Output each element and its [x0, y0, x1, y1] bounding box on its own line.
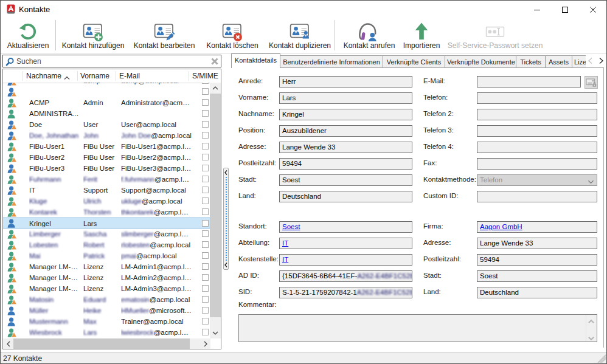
input-land[interactable]: Deutschland: [279, 191, 412, 202]
resize-grip[interactable]: [597, 354, 606, 363]
tab-assets[interactable]: Assets: [546, 55, 572, 68]
tab-verkn-pfte-clients[interactable]: Verknüpfte Clients: [383, 55, 445, 68]
link-kostenstelle[interactable]: IT: [282, 256, 288, 263]
input-postleitzahl[interactable]: 59494: [477, 254, 597, 266]
clear-search-icon[interactable]: [210, 57, 220, 66]
smime-checkbox[interactable]: [202, 230, 209, 237]
toolbar-button-kontakt-hinzuf-gen[interactable]: Kontakt hinzufügen: [60, 19, 127, 51]
contact-row[interactable]: Kluge Ulrich ukluge@acmp.local: [3, 196, 210, 207]
scroll-down-icon[interactable]: [210, 328, 221, 338]
input-abteilung[interactable]: IT: [279, 238, 412, 249]
contact-row[interactable]: ACMP Admin Administrator@acmp.local: [3, 97, 210, 108]
smime-checkbox[interactable]: [202, 274, 209, 281]
tab-kontaktdetails[interactable]: Kontaktdetails: [231, 53, 280, 68]
contact-row[interactable]: Müller Heike HMueller@microsoft.com: [3, 305, 210, 316]
contact-row[interactable]: [3, 86, 210, 97]
input-vorname[interactable]: Lars: [279, 92, 412, 104]
smime-checkbox[interactable]: [202, 165, 209, 171]
tab-tickets[interactable]: Tickets: [516, 55, 546, 68]
input-firma[interactable]: Aagon GmbH: [477, 221, 597, 233]
contact-row[interactable]: Manager LM-Admin1 Lizenz LM-Admin1@acmp.…: [3, 261, 210, 272]
contact-row[interactable]: FiBu-User1 FiBu User FiBu-User1@acmp.loc…: [3, 141, 210, 152]
input-stadt[interactable]: Soest: [477, 270, 597, 282]
scroll-left-icon[interactable]: [3, 338, 13, 349]
tab-benutzerdefinierte-informationen[interactable]: Benutzerdefinierte Informationen: [280, 55, 383, 68]
input-telefon-3[interactable]: [477, 125, 597, 137]
smime-checkbox[interactable]: [202, 285, 209, 292]
smime-checkbox[interactable]: [202, 241, 209, 248]
tab-scroll-right-icon[interactable]: [598, 57, 604, 66]
input-telefon-4[interactable]: [477, 142, 597, 153]
toolbar-button-aktualisieren[interactable]: Aktualisieren: [4, 19, 52, 51]
smime-checkbox[interactable]: [202, 132, 209, 139]
toolbar-button-kontakt-anrufen[interactable]: Kontakt anrufen: [341, 19, 397, 51]
smime-checkbox[interactable]: [202, 110, 209, 117]
toolbar-button-kontakt-bearbeiten[interactable]: Kontakt bearbeiten: [132, 19, 196, 51]
column-header-e-mail[interactable]: E-Mail: [119, 69, 186, 83]
input-land[interactable]: Deutschland: [477, 287, 597, 298]
smime-checkbox[interactable]: [202, 99, 209, 106]
input-nachname[interactable]: Kringel: [279, 109, 412, 120]
smime-checkbox[interactable]: [202, 121, 209, 128]
input-sid[interactable]: S-1-5-21-1759207842-1A262-E4BF1C52850F0: [279, 287, 412, 298]
input-telefon[interactable]: [477, 92, 597, 104]
contact-row[interactable]: Lobesten Robert rlobesten@acmp.local: [3, 239, 210, 250]
input-ad-id[interactable]: {15DF3645-6B64-41EF-A262-E4BF1C52850F}: [279, 270, 412, 282]
smime-checkbox[interactable]: [202, 88, 209, 95]
contact-row[interactable]: IT Support Support@acmp.local: [3, 185, 210, 196]
collapse-left-icon[interactable]: [224, 170, 228, 176]
smime-checkbox[interactable]: [202, 329, 209, 335]
collapse-left-icon[interactable]: [224, 262, 228, 268]
input-postleitzahl[interactable]: 59494: [279, 158, 412, 170]
smime-checkbox[interactable]: [202, 318, 209, 325]
toolbar-button-kontakt-duplizieren[interactable]: Kontakt duplizieren: [266, 19, 333, 51]
tab-lizenzen[interactable]: Lizenzen: [572, 55, 586, 68]
smime-checkbox[interactable]: [202, 187, 209, 193]
smime-checkbox[interactable]: [202, 220, 209, 227]
column-header-vorname[interactable]: Vorname: [80, 69, 116, 83]
minimize-button[interactable]: [523, 1, 551, 19]
smime-checkbox[interactable]: [202, 143, 209, 149]
smime-checkbox[interactable]: [202, 154, 209, 160]
vertical-scrollbar[interactable]: [210, 83, 221, 338]
contact-row[interactable]: Wiesbrock Lars lwiesbrock@acmp.local: [3, 327, 210, 338]
contact-row[interactable]: Matosin Eduard ematosin@acmp.local: [3, 294, 210, 305]
contact-row[interactable]: ADMINISTRATOR: [3, 108, 210, 119]
column-header-s-mime[interactable]: S/MIME: [192, 69, 220, 83]
contact-row[interactable]: Manager LM-Admin2 Lizenz LM-Admin2@acmp.…: [3, 272, 210, 283]
input-anrede[interactable]: Herr: [279, 76, 412, 88]
tab-verkn-pfte-dokumente[interactable]: Verknüpfte Dokumente: [445, 55, 516, 68]
input-standort[interactable]: Soest: [279, 221, 412, 233]
contact-row[interactable]: FiBu-User3 FiBu User FiBu-User3@acmp.loc…: [3, 163, 210, 174]
input-custom-id[interactable]: [477, 191, 597, 202]
input-position[interactable]: Auszubildener: [279, 125, 412, 137]
contact-row[interactable]: Mai Patrick pmai@acmp.local: [3, 250, 210, 261]
contact-row[interactable]: Mustermann Max Trainer@acmp.local: [3, 316, 210, 327]
contact-row[interactable]: Kontarek Thorsten thkontarek@acmp.local: [3, 207, 210, 218]
link-abteilung[interactable]: IT: [282, 239, 288, 247]
input-kostenstelle[interactable]: IT: [279, 254, 412, 266]
contact-row[interactable]: Manager LM-Admin3 Lizenz LM-Admin3@acmp.…: [3, 283, 210, 294]
scroll-right-icon[interactable]: [200, 338, 210, 349]
horizontal-scrollbar[interactable]: [3, 338, 210, 349]
smime-checkbox[interactable]: [202, 307, 209, 314]
input-fax[interactable]: [477, 158, 597, 170]
smime-checkbox[interactable]: [202, 83, 209, 84]
toolbar-button-kontakt-l-schen[interactable]: Kontakt löschen: [203, 19, 262, 51]
contact-row[interactable]: Doe User User@acmp.local: [3, 119, 210, 130]
maximize-button[interactable]: [551, 1, 579, 19]
link-firma[interactable]: Aagon GmbH: [480, 223, 522, 230]
scroll-up-icon[interactable]: [210, 83, 221, 94]
close-button[interactable]: [579, 1, 607, 19]
input-adresse[interactable]: Lange Wende 33: [279, 142, 412, 153]
contact-row[interactable]: FiBu-User2 FiBu User FiBu-User2@acmp.loc…: [3, 152, 210, 163]
contact-row[interactable]: Doe, Johnathan John John Doe@acmp.local: [3, 130, 210, 141]
vertical-scrollbar-thumb[interactable]: [210, 94, 221, 317]
input-kommentar[interactable]: [238, 314, 597, 342]
input-adresse[interactable]: Lange Wende 33: [477, 238, 597, 249]
input-e-mail[interactable]: [477, 76, 581, 88]
link-standort[interactable]: Soest: [282, 223, 300, 230]
contact-row[interactable]: Fuhrmann Ferit f.fuhrmann@acmp.local: [3, 174, 210, 185]
search-input[interactable]: Suchen: [2, 55, 221, 67]
horizontal-scrollbar-thumb[interactable]: [13, 338, 190, 349]
